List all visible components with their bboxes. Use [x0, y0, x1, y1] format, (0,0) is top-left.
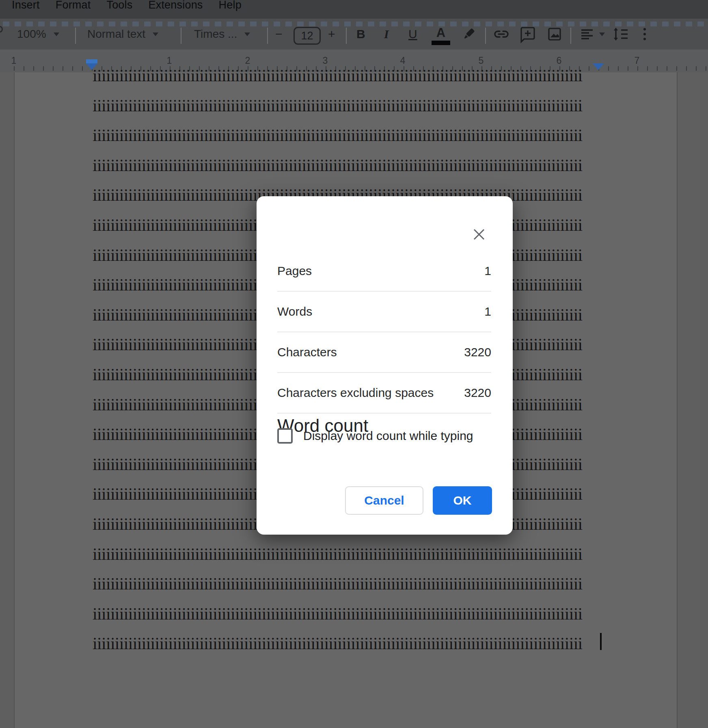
page-left-edge [14, 72, 15, 728]
zoom-value: 100% [17, 28, 46, 41]
menu-item[interactable]: Extensions [148, 0, 203, 11]
google-docs-screen: InsertFormatToolsExtensionsHelp 100% Nor… [0, 0, 708, 728]
highlight-color-button[interactable] [460, 19, 477, 50]
menu-item[interactable]: Format [56, 0, 91, 11]
toolbar-divider [570, 28, 571, 44]
stat-row: Characters 3220 [277, 332, 491, 373]
chevron-down-icon [54, 32, 59, 36]
kebab-menu-icon [643, 28, 646, 40]
comment-plus-icon [519, 24, 537, 44]
menu-bar: InsertFormatToolsExtensionsHelp [0, 0, 708, 19]
text-color-button[interactable]: A [432, 26, 450, 45]
font-size-value: 12 [301, 30, 313, 42]
text-color-swatch [432, 41, 450, 45]
word-count-dialog: Word count Pages 1 Words 1 Characters 32 [257, 196, 513, 535]
cancel-button[interactable]: Cancel [345, 486, 423, 515]
document-line[interactable]: iiiiiiiiiiiiiiiiiiiiiiiiiiiiiiiiiiiiiiii… [93, 151, 612, 181]
add-comment-button[interactable] [519, 19, 537, 50]
stat-label: Characters [277, 345, 337, 359]
decrease-font-size-button[interactable]: − [275, 19, 283, 50]
menu-item[interactable]: Help [219, 0, 242, 11]
paragraph-style-value: Normal text [87, 28, 145, 41]
ruler-margin-label: 1 [11, 55, 17, 66]
toolbar: 100% Normal text Times ... − 12 + B I [0, 19, 708, 50]
close-button[interactable] [473, 228, 486, 241]
menu-items: InsertFormatToolsExtensionsHelp [12, 0, 242, 11]
ruler-inch-label: 7 [635, 55, 640, 66]
document-line[interactable]: iiiiiiiiiiiiiiiiiiiiiiiiiiiiiiiiiiiiiiii… [93, 569, 612, 599]
link-icon [492, 25, 511, 43]
text-color-icon: A [432, 26, 450, 40]
insert-link-button[interactable] [492, 19, 511, 50]
align-button[interactable] [578, 19, 605, 50]
line-spacing-button[interactable] [611, 19, 630, 50]
page-right-edge [677, 72, 678, 728]
display-word-count-checkbox[interactable] [277, 428, 293, 444]
stat-value: 1 [484, 264, 491, 278]
stat-label: Pages [277, 264, 312, 278]
stat-row: Characters excluding spaces 3220 [277, 373, 491, 414]
plus-icon: + [328, 27, 335, 41]
document-line[interactable]: iiiiiiiiiiiiiiiiiiiiiiiiiiiiiiiiiiiiiiii… [93, 599, 612, 629]
menu-item[interactable]: Insert [12, 0, 40, 11]
chevron-down-icon [599, 32, 605, 36]
stat-value: 3220 [464, 386, 491, 400]
font-size-input[interactable]: 12 [294, 27, 321, 45]
bold-icon: B [356, 27, 365, 41]
document-line[interactable]: iiiiiiiiiiiiiiiiiiiiiiiiiiiiiiiiiiiiiiii… [93, 91, 612, 121]
bold-button[interactable]: B [356, 19, 365, 50]
underline-icon: U [408, 27, 417, 41]
increase-font-size-button[interactable]: + [328, 19, 335, 50]
canvas-margin-right [677, 72, 708, 728]
text-cursor [600, 633, 602, 650]
clipped-toolbar-icon [0, 26, 3, 32]
stat-label: Words [277, 305, 312, 318]
toolbar-divider [75, 28, 76, 44]
more-options-button[interactable] [643, 19, 646, 50]
insert-image-button[interactable] [546, 19, 563, 50]
document-line[interactable]: iiiiiiiiiiiiiiiiiiiiiiiiiiiiiiiiiiiiiiii… [93, 61, 612, 91]
chevron-down-icon [244, 32, 250, 36]
paragraph-style-dropdown[interactable]: Normal text [87, 19, 158, 50]
toolbar-divider [267, 28, 268, 44]
line-spacing-icon [611, 25, 630, 43]
toolbar-divider [346, 28, 347, 44]
document-line[interactable]: iiiiiiiiiiiiiiiiiiiiiiiiiiiiiiiiiiiiiiii… [93, 540, 612, 570]
stats-list: Pages 1 Words 1 Characters 3220 Characte… [277, 251, 491, 414]
checkbox-label: Display word count while typing [303, 429, 473, 443]
document-line[interactable]: iiiiiiiiiiiiiiiiiiiiiiiiiiiiiiiiiiiiiiii… [93, 629, 612, 659]
toolbar-divider [181, 28, 181, 44]
highlighter-icon [460, 25, 477, 43]
image-icon [546, 25, 563, 43]
italic-button[interactable]: I [384, 19, 389, 50]
toolbar-divider [485, 28, 486, 44]
italic-icon: I [384, 27, 389, 41]
stat-row: Words 1 [277, 292, 491, 332]
chevron-down-icon [153, 32, 158, 36]
underline-button[interactable]: U [408, 19, 417, 50]
zoom-dropdown[interactable]: 100% [17, 19, 59, 50]
font-dropdown[interactable]: Times ... [194, 19, 250, 50]
canvas-margin-left [0, 72, 14, 728]
document-line[interactable]: iiiiiiiiiiiiiiiiiiiiiiiiiiiiiiiiiiiiiiii… [93, 121, 612, 151]
display-word-count-option: Display word count while typing [277, 422, 473, 449]
ok-button[interactable]: OK [433, 486, 492, 515]
menu-item[interactable]: Tools [106, 0, 132, 11]
stat-row: Pages 1 [277, 251, 491, 292]
font-value: Times ... [194, 28, 237, 41]
align-left-icon [578, 25, 596, 43]
minus-icon: − [275, 27, 283, 41]
stat-label: Characters excluding spaces [277, 386, 434, 400]
stat-value: 1 [484, 305, 491, 318]
stat-value: 3220 [464, 345, 491, 359]
